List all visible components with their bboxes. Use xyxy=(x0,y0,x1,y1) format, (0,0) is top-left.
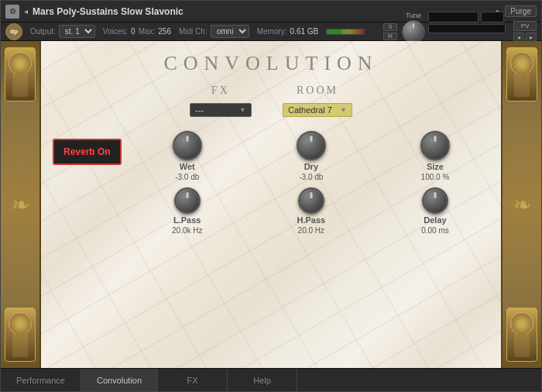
second-bar: dp Output: st. 1 Voices: 0 Max: 256 Midi… xyxy=(1,22,541,41)
left-ornament xyxy=(1,41,41,368)
tab-performance[interactable]: Performance xyxy=(1,369,81,391)
right-ornament xyxy=(501,41,541,368)
memory-label: Memory: xyxy=(257,27,287,36)
voices-label: Voices: xyxy=(103,27,128,36)
output-select[interactable]: st. 1 xyxy=(59,25,95,38)
voices-field: Voices: 0 Max: 256 xyxy=(103,27,171,36)
lpass-knob[interactable] xyxy=(174,187,201,214)
tab-fx[interactable]: FX xyxy=(158,369,228,391)
hpass-knob-item: H.Pass 20.0 Hz xyxy=(257,187,365,235)
voices-max-label: Max: xyxy=(139,27,156,36)
fx-dropdown-arrow: ▼ xyxy=(239,106,246,114)
level-meter xyxy=(326,29,365,35)
lpass-label: L.Pass xyxy=(173,215,201,225)
main-area: CONVOLUTION FX --- ▼ ROOM Cathedral 7 ▼ xyxy=(1,41,541,368)
ornament-face-top-right xyxy=(506,47,537,101)
ornament-vine-right xyxy=(510,185,533,224)
fx-label: FX xyxy=(211,84,230,97)
midi-select[interactable]: omni xyxy=(211,25,249,38)
display-top-row xyxy=(428,12,506,22)
fx-section: FX --- ▼ xyxy=(190,84,252,117)
hpass-knob[interactable] xyxy=(298,187,324,214)
tune-label: Tune xyxy=(406,12,421,19)
dry-value: -3.0 db xyxy=(299,173,323,181)
level-bar-fill xyxy=(327,29,341,34)
tab-spacer xyxy=(297,369,541,391)
plugin-window: ⚙ ◂ Mars Poly-Sustains Slow Slavonic ▸ P… xyxy=(0,0,542,392)
ornament-vine-left xyxy=(9,185,32,224)
voices-current: 0 xyxy=(131,27,136,36)
size-knob-item: Size 100.0 % xyxy=(381,131,489,181)
aux-display-2 xyxy=(428,24,506,33)
wet-knob-item: Wet -3.0 db xyxy=(133,131,242,181)
room-section: ROOM Cathedral 7 ▼ xyxy=(283,84,352,117)
room-dropdown-arrow: ▼ xyxy=(340,106,347,114)
delay-label: Delay xyxy=(424,215,446,225)
delay-knob-item: Delay 0.00 ms xyxy=(381,187,489,235)
size-knob[interactable] xyxy=(420,131,450,160)
level-display xyxy=(428,12,479,22)
display-section xyxy=(428,12,506,33)
controls-area: Reverb On Wet -3.0 db Dry -3.0 db xyxy=(53,131,489,235)
reverb-button[interactable]: Reverb On xyxy=(53,139,122,165)
ornament-face-bottom-left xyxy=(5,308,36,362)
hpass-label: H.Pass xyxy=(297,215,325,225)
memory-field: Memory: 0.61 GB xyxy=(257,27,319,36)
center-content: CONVOLUTION FX --- ▼ ROOM Cathedral 7 ▼ xyxy=(41,41,501,368)
wet-knob[interactable] xyxy=(173,131,202,160)
bottom-tabs: Performance Convolution FX Help xyxy=(1,368,541,391)
delay-knob[interactable] xyxy=(422,187,448,214)
midi-label: Midi Ch: xyxy=(179,27,208,36)
m-button[interactable]: M xyxy=(383,33,397,40)
level-bar xyxy=(326,29,365,35)
brand-logo: dp xyxy=(5,23,22,40)
hpass-value: 20.0 Hz xyxy=(298,226,324,235)
room-label: ROOM xyxy=(297,84,338,97)
tune-knob[interactable] xyxy=(402,20,425,43)
output-field: Output: st. 1 xyxy=(30,25,95,38)
end-buttons: PV ◂ ▸ xyxy=(513,21,537,43)
voices-max: 256 xyxy=(158,27,171,36)
wet-value: -3.0 db xyxy=(175,173,199,181)
room-dropdown-value: Cathedral 7 xyxy=(288,105,332,115)
knobs-grid: Wet -3.0 db Dry -3.0 db Size 100.0 % xyxy=(133,131,489,235)
s-button[interactable]: S xyxy=(383,23,397,31)
delay-value: 0.00 ms xyxy=(421,226,449,235)
ornament-face-top-left xyxy=(5,47,36,101)
sm-buttons: S M xyxy=(383,23,397,40)
ornament-face-bottom-right xyxy=(506,308,537,362)
memory-value: 0.61 GB xyxy=(290,27,319,36)
room-dropdown[interactable]: Cathedral 7 ▼ xyxy=(283,103,352,117)
pv-button[interactable]: PV xyxy=(513,21,537,31)
output-label: Output: xyxy=(30,27,56,36)
size-label: Size xyxy=(427,162,444,171)
instrument-icon: ⚙ xyxy=(5,5,19,19)
lpass-value: 20.0k Hz xyxy=(172,226,202,235)
aux-display-1 xyxy=(481,12,504,22)
tab-convolution[interactable]: Convolution xyxy=(81,369,158,391)
nav-arrow-left[interactable]: ◂ xyxy=(24,7,28,15)
fx-room-row: FX --- ▼ ROOM Cathedral 7 ▼ xyxy=(53,84,489,117)
dry-knob[interactable] xyxy=(297,131,326,160)
dry-label: Dry xyxy=(304,162,318,171)
size-value: 100.0 % xyxy=(421,173,450,181)
fx-dropdown-value: --- xyxy=(195,105,204,115)
fx-dropdown[interactable]: --- ▼ xyxy=(190,103,252,117)
dry-knob-item: Dry -3.0 db xyxy=(257,131,365,181)
tab-help[interactable]: Help xyxy=(228,369,297,391)
lpass-knob-item: L.Pass 20.0k Hz xyxy=(133,187,242,235)
midi-field: Midi Ch: omni xyxy=(179,25,249,38)
wet-label: Wet xyxy=(180,162,195,171)
convolution-title: CONVOLUTION xyxy=(53,52,489,75)
